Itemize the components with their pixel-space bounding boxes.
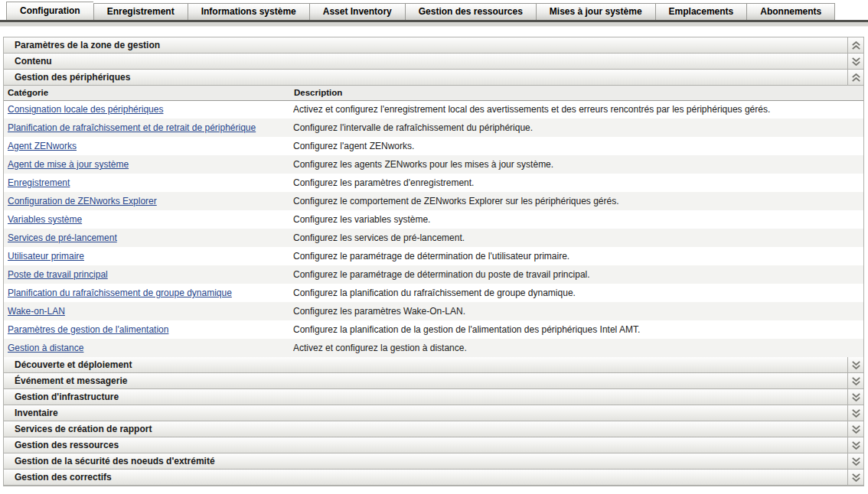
panel-gestion-d-infrastructure[interactable]: Gestion d'infrastructure [4, 389, 863, 405]
row-description: Configurez l'agent ZENworks. [290, 137, 863, 155]
panel-decouverte-et-deploiement[interactable]: Découverte et déploiement [4, 357, 863, 373]
chevron-double-down-icon[interactable] [847, 437, 863, 453]
panel-inventaire[interactable]: Inventaire [4, 405, 863, 421]
category-link[interactable]: Agent de mise à jour système [8, 159, 129, 170]
panel-title: Gestion de la sécurité des noeuds d'extr… [4, 453, 847, 469]
tab-bar-substrip [0, 22, 868, 27]
table-row: Poste de travail principal Configurez le… [4, 265, 863, 284]
table-row: Enregistrement Configurez les paramètres… [4, 174, 863, 192]
row-description: Configurez l'intervalle de rafraîchissem… [290, 119, 863, 137]
tab-asset-inventory[interactable]: Asset Inventory [309, 3, 405, 20]
tab-configuration[interactable]: Configuration [6, 2, 93, 20]
panel-gestion-securite-noeuds-extremite[interactable]: Gestion de la sécurité des noeuds d'extr… [4, 453, 863, 470]
category-link[interactable]: Agent ZENworks [8, 141, 77, 151]
row-description: Configurez la planification de la gestio… [290, 320, 863, 339]
row-description: Configurez le paramétrage de déterminati… [290, 247, 863, 265]
chevron-double-down-icon[interactable] [847, 470, 863, 485]
category-link[interactable]: Planification de rafraîchissement et de … [8, 122, 256, 133]
category-link[interactable]: Enregistrement [8, 177, 70, 188]
table-header-row: Catégorie Description [4, 86, 863, 100]
table-row: Gestion à distance Activez et configurez… [4, 339, 863, 357]
panel-title: Découverte et déploiement [4, 357, 847, 372]
table-row: Agent de mise à jour système Configurez … [4, 155, 863, 174]
chevron-double-down-icon[interactable] [847, 54, 863, 69]
panel-parametres-zone-gestion[interactable]: Paramètres de la zone de gestion [4, 37, 863, 54]
row-description: Activez et configurez l'enregistrement l… [290, 100, 863, 119]
panel-gestion-des-correctifs[interactable]: Gestion des correctifs [4, 470, 863, 486]
tab-enregistrement[interactable]: Enregistrement [93, 3, 188, 20]
category-link[interactable]: Configuration de ZENworks Explorer [8, 196, 157, 206]
panel-title: Inventaire [4, 405, 847, 421]
panel-gestion-des-peripheriques[interactable]: Gestion des périphériques [4, 70, 863, 86]
row-description: Configurez les services de pré-lancement… [290, 229, 863, 247]
chevron-double-down-icon[interactable] [847, 421, 863, 437]
table-row: Consignation locale des périphériques Ac… [4, 100, 863, 119]
table-row: Variables système Configurez les variabl… [4, 210, 863, 229]
panel-title: Événement et messagerie [4, 373, 847, 388]
table-row: Utilisateur primaire Configurez le param… [4, 247, 863, 265]
category-link[interactable]: Variables système [8, 214, 82, 225]
panel-title: Services de création de rapport [4, 421, 847, 437]
category-link[interactable]: Services de pré-lancement [8, 232, 117, 243]
table-row: Wake-on-LAN Configurez les paramètres Wa… [4, 302, 863, 320]
category-link[interactable]: Gestion à distance [8, 343, 83, 353]
panel-contenu[interactable]: Contenu [4, 54, 863, 70]
column-header-categorie: Catégorie [4, 86, 290, 100]
panel-title: Gestion des ressources [4, 437, 847, 453]
category-link[interactable]: Poste de travail principal [8, 269, 108, 280]
chevron-double-down-icon[interactable] [847, 453, 863, 469]
panel-title: Paramètres de la zone de gestion [4, 37, 847, 53]
tab-informations-systeme[interactable]: Informations système [188, 3, 309, 20]
category-link[interactable]: Wake-on-LAN [8, 306, 65, 317]
panel-title: Gestion des correctifs [4, 470, 847, 485]
row-description: Configurez la planification du rafraîchi… [290, 284, 863, 302]
panel-title: Gestion des périphériques [4, 70, 847, 85]
panel-evenement-et-messagerie[interactable]: Événement et messagerie [4, 373, 863, 389]
row-description: Configurez le comportement de ZENworks E… [290, 192, 863, 210]
row-description: Configurez les paramètres d'enregistreme… [290, 174, 863, 192]
chevron-double-down-icon[interactable] [847, 389, 863, 405]
table-row: Planification de rafraîchissement et de … [4, 119, 863, 137]
device-settings-table: Catégorie Description Consignation local… [4, 86, 863, 357]
table-row: Agent ZENworks Configurez l'agent ZENwor… [4, 137, 863, 155]
chevron-double-down-icon[interactable] [847, 373, 863, 388]
table-row: Services de pré-lancement Configurez les… [4, 229, 863, 247]
row-description: Configurez les variables système. [290, 210, 863, 229]
panel-title: Gestion d'infrastructure [4, 389, 847, 405]
category-link[interactable]: Utilisateur primaire [8, 251, 84, 262]
table-row: Configuration de ZENworks Explorer Confi… [4, 192, 863, 210]
column-header-description: Description [290, 86, 863, 100]
chevron-double-up-icon[interactable] [847, 37, 863, 53]
category-link[interactable]: Consignation locale des périphériques [8, 104, 163, 115]
category-link[interactable]: Planification du rafraîchissement de gro… [8, 288, 232, 298]
row-description: Configurez le paramétrage de déterminati… [290, 265, 863, 284]
settings-panel-stack: Paramètres de la zone de gestion Contenu… [3, 37, 864, 486]
table-row: Planification du rafraîchissement de gro… [4, 284, 863, 302]
row-description: Configurez les paramètres Wake-On-LAN. [290, 302, 863, 320]
tab-abonnements[interactable]: Abonnements [746, 3, 835, 20]
row-description: Configurez les agents ZENworks pour les … [290, 155, 863, 174]
row-description: Activez et configurez la gestion à dista… [290, 339, 863, 357]
table-row: Paramètres de gestion de l'alimentation … [4, 320, 863, 339]
chevron-double-down-icon[interactable] [847, 357, 863, 372]
panel-title: Contenu [4, 54, 847, 69]
chevron-double-down-icon[interactable] [847, 405, 863, 421]
chevron-double-up-icon[interactable] [847, 70, 863, 85]
tab-emplacements[interactable]: Emplacements [655, 3, 747, 20]
main-tab-bar: Configuration Enregistrement Information… [0, 0, 868, 20]
tab-gestion-des-ressources[interactable]: Gestion des ressources [405, 3, 536, 20]
panel-gestion-des-ressources[interactable]: Gestion des ressources [4, 437, 863, 453]
tab-mises-a-jour-systeme[interactable]: Mises à jour système [536, 3, 655, 20]
category-link[interactable]: Paramètres de gestion de l'alimentation [8, 324, 168, 335]
panel-services-de-creation-de-rapport[interactable]: Services de création de rapport [4, 421, 863, 437]
